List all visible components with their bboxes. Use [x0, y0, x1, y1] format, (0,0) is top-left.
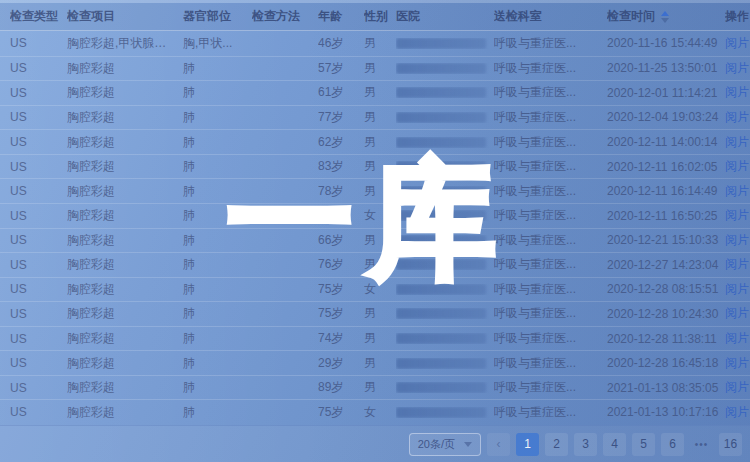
hospital-redacted-bar [396, 358, 486, 369]
prev-page-button[interactable]: ‹ [487, 433, 510, 456]
view-film-link[interactable]: 阅片 [725, 135, 749, 149]
page-size-select[interactable]: 20条/页 [409, 433, 481, 456]
view-film-link[interactable]: 阅片 [725, 405, 749, 419]
cell-dept: 呼吸与重症医... [494, 158, 607, 175]
table-row: US胸腔彩超肺57岁男呼吸与重症医...2020-11-25 13:50:01阅… [0, 56, 750, 81]
cell-type: US [10, 209, 67, 223]
cell-hospital [396, 186, 494, 197]
view-film-link[interactable]: 阅片 [725, 36, 749, 50]
column-header-method: 检查方法 [252, 8, 318, 25]
cell-organ: 肺 [183, 207, 252, 224]
cell-op: 阅片 [725, 183, 750, 200]
hospital-redacted-bar [396, 186, 486, 197]
cell-organ: 肺 [183, 379, 252, 396]
cell-gender: 男 [364, 232, 396, 249]
view-film-link[interactable]: 阅片 [725, 282, 749, 296]
cell-time: 2020-12-27 14:23:04 [607, 258, 725, 272]
hospital-redacted-bar [396, 161, 486, 172]
chevron-down-icon [464, 442, 472, 447]
table-row: US胸腔彩超肺29岁男呼吸与重症医...2020-12-28 16:45:18阅… [0, 350, 750, 375]
cell-gender: 女 [364, 207, 396, 224]
column-header-label: 操作 [725, 8, 749, 25]
column-header-label: 年龄 [318, 8, 342, 25]
cell-hospital [396, 407, 494, 418]
page-button-5[interactable]: 5 [632, 433, 655, 456]
view-film-link[interactable]: 阅片 [725, 331, 749, 345]
cell-type: US [10, 36, 67, 50]
page-button-6[interactable]: 6 [661, 433, 684, 456]
cell-op: 阅片 [725, 330, 750, 347]
view-film-link[interactable]: 阅片 [725, 257, 749, 271]
column-header-label: 性别 [364, 8, 388, 25]
column-header-time[interactable]: 检查时间 [607, 8, 725, 25]
more-pages-button[interactable]: ••• [690, 433, 713, 456]
page-button-2[interactable]: 2 [545, 433, 568, 456]
cell-item: 胸腔彩超 [67, 355, 183, 372]
view-film-link[interactable]: 阅片 [725, 159, 749, 173]
view-film-link[interactable]: 阅片 [725, 356, 749, 370]
cell-hospital [396, 333, 494, 344]
cell-age: 83岁 [318, 158, 364, 175]
cell-hospital [396, 308, 494, 319]
cell-time: 2020-12-04 19:03:24 [607, 110, 725, 124]
cell-gender: 男 [364, 35, 396, 52]
cell-organ: 肺 [183, 183, 252, 200]
page-button-4[interactable]: 4 [603, 433, 626, 456]
cell-organ: 肺 [183, 330, 252, 347]
cell-type: US [10, 258, 67, 272]
cell-item: 胸腔彩超 [67, 60, 183, 77]
cell-gender: 男 [364, 158, 396, 175]
cell-age: 76岁 [318, 256, 364, 273]
column-header-label: 检查项目 [67, 8, 115, 25]
cell-type: US [10, 61, 67, 75]
cell-type: US [10, 332, 67, 346]
view-film-link[interactable]: 阅片 [725, 233, 749, 247]
cell-hospital [396, 161, 494, 172]
cell-item: 胸腔彩超 [67, 305, 183, 322]
cell-organ: 肺 [183, 84, 252, 101]
cell-gender: 男 [364, 379, 396, 396]
cell-hospital [396, 112, 494, 123]
cell-item: 胸腔彩超 [67, 281, 183, 298]
view-film-link[interactable]: 阅片 [725, 208, 749, 222]
view-film-link[interactable]: 阅片 [725, 184, 749, 198]
cell-time: 2020-12-11 16:50:25 [607, 209, 725, 223]
cell-time: 2020-12-11 14:00:14 [607, 135, 725, 149]
cell-item: 胸腔彩超 [67, 379, 183, 396]
cell-item: 胸腔彩超 [67, 109, 183, 126]
table-row: US胸腔彩超肺77岁男呼吸与重症医...2020-12-04 19:03:24阅… [0, 105, 750, 130]
view-film-link[interactable]: 阅片 [725, 85, 749, 99]
table-header: 检查类型检查项目器官部位检查方法年龄性别医院送检科室检查时间操作 [0, 3, 750, 31]
cell-hospital [396, 137, 494, 148]
hospital-redacted-bar [396, 112, 486, 123]
cell-organ: 肺 [183, 109, 252, 126]
cell-organ: 胸,甲状... [183, 35, 252, 52]
cell-age: 66岁 [318, 232, 364, 249]
hospital-redacted-bar [396, 407, 486, 418]
hospital-redacted-bar [396, 235, 486, 246]
cell-dept: 呼吸与重症医... [494, 379, 607, 396]
cell-type: US [10, 405, 67, 419]
column-header-label: 器官部位 [183, 8, 231, 25]
view-film-link[interactable]: 阅片 [725, 380, 749, 394]
cell-item: 胸腔彩超 [67, 256, 183, 273]
cell-organ: 肺 [183, 134, 252, 151]
cell-organ: 肺 [183, 404, 252, 421]
cell-hospital [396, 210, 494, 221]
cell-age: 76岁 [318, 207, 364, 224]
view-film-link[interactable]: 阅片 [725, 110, 749, 124]
sort-caret-icon[interactable] [661, 11, 669, 23]
cell-time: 2020-12-01 11:14:21 [607, 86, 725, 100]
page-button-1[interactable]: 1 [516, 433, 539, 456]
column-header-op: 操作 [725, 8, 750, 25]
cell-hospital [396, 87, 494, 98]
view-film-link[interactable]: 阅片 [725, 306, 749, 320]
hospital-redacted-bar [396, 382, 486, 393]
cell-item: 胸腔彩超,甲状腺彩超 [67, 35, 183, 52]
page-button-3[interactable]: 3 [574, 433, 597, 456]
cell-item: 胸腔彩超 [67, 404, 183, 421]
view-film-link[interactable]: 阅片 [725, 61, 749, 75]
cell-item: 胸腔彩超 [67, 330, 183, 347]
hospital-redacted-bar [396, 38, 486, 49]
last-page-button[interactable]: 16 [719, 433, 742, 456]
